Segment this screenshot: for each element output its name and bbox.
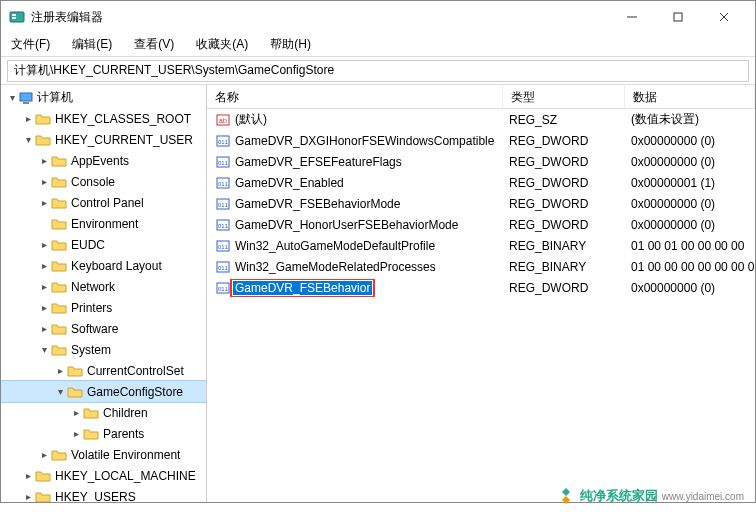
string-icon: ab: [213, 113, 233, 127]
value-data: 0x00000000 (0): [625, 153, 755, 171]
tree-item[interactable]: ▸Control Panel: [1, 192, 206, 213]
expander-icon[interactable]: ▸: [37, 176, 51, 187]
value-row[interactable]: 011Win32_AutoGameModeDefaultProfileREG_B…: [207, 235, 755, 256]
value-row[interactable]: 011GameDVR_HonorUserFSEBehaviorModeREG_D…: [207, 214, 755, 235]
value-row[interactable]: 011Win32_GameModeRelatedProcessesREG_BIN…: [207, 256, 755, 277]
tree-item[interactable]: ▸Software: [1, 318, 206, 339]
list-pane[interactable]: 名称 类型 数据 ab(默认)REG_SZ(数值未设置)011GameDVR_D…: [207, 85, 755, 502]
tree-item[interactable]: ▸EUDC: [1, 234, 206, 255]
address-input[interactable]: [7, 60, 749, 82]
tree-label: HKEY_CURRENT_USER: [55, 133, 193, 147]
value-data: 01 00 00 00 00 00 00 00: [625, 258, 755, 276]
tree-item[interactable]: ▸CurrentControlSet: [1, 360, 206, 381]
tree-label: Environment: [71, 217, 138, 231]
tree-item[interactable]: ▸HKEY_USERS: [1, 486, 206, 502]
tree-item[interactable]: ▸Parents: [1, 423, 206, 444]
tree-item[interactable]: ▸AppEvents: [1, 150, 206, 171]
tree-label: Volatile Environment: [71, 448, 180, 462]
expander-icon[interactable]: ▾: [53, 386, 67, 397]
value-name: GameDVR_FSEBehaviorMode: [233, 197, 402, 211]
expander-icon[interactable]: ▸: [37, 281, 51, 292]
expander-icon[interactable]: ▾: [37, 344, 51, 355]
tree-item[interactable]: ▸HKEY_LOCAL_MACHINE: [1, 465, 206, 486]
tree-item[interactable]: ▸HKEY_CLASSES_ROOT: [1, 108, 206, 129]
expander-icon[interactable]: ▸: [37, 239, 51, 250]
tree-label: HKEY_LOCAL_MACHINE: [55, 469, 196, 483]
tree-item[interactable]: ▸Network: [1, 276, 206, 297]
tree-label: CurrentControlSet: [87, 364, 184, 378]
folder-icon: [51, 259, 67, 273]
expander-icon[interactable]: ▸: [37, 323, 51, 334]
expander-icon[interactable]: ▾: [5, 92, 19, 103]
expander-icon[interactable]: ▸: [37, 155, 51, 166]
value-data: 0x00000000 (0): [625, 195, 755, 213]
value-row[interactable]: 011GameDVR_FSEBehaviorREG_DWORD0x0000000…: [207, 277, 755, 298]
tree-item[interactable]: ▾GameConfigStore: [1, 381, 206, 402]
svg-text:011: 011: [218, 160, 229, 166]
col-type[interactable]: 类型: [503, 85, 625, 108]
value-name: GameDVR_HonorUserFSEBehaviorMode: [233, 218, 460, 232]
menu-help[interactable]: 帮助(H): [266, 34, 315, 55]
tree-root[interactable]: ▾ 计算机: [1, 87, 206, 108]
value-data: 0x00000000 (0): [625, 279, 755, 297]
tree-item[interactable]: ▸Volatile Environment: [1, 444, 206, 465]
folder-icon: [51, 322, 67, 336]
titlebar[interactable]: 注册表编辑器: [1, 1, 755, 33]
tree-label: Console: [71, 175, 115, 189]
addressbar: [1, 57, 755, 85]
expander-icon[interactable]: ▸: [21, 113, 35, 124]
expander-icon[interactable]: ▸: [37, 302, 51, 313]
tree-item[interactable]: ▸Printers: [1, 297, 206, 318]
expander-icon[interactable]: ▸: [53, 365, 67, 376]
watermark-brand: 纯净系统家园: [580, 487, 658, 505]
tree-item[interactable]: Environment: [1, 213, 206, 234]
tree-item[interactable]: ▾System: [1, 339, 206, 360]
binary-icon: 011: [213, 176, 233, 190]
expander-icon[interactable]: ▾: [21, 134, 35, 145]
tree-item[interactable]: ▾HKEY_CURRENT_USER: [1, 129, 206, 150]
maximize-button[interactable]: [655, 1, 701, 33]
value-name: Win32_AutoGameModeDefaultProfile: [233, 239, 437, 253]
expander-icon[interactable]: ▸: [37, 260, 51, 271]
tree-label: AppEvents: [71, 154, 129, 168]
col-data[interactable]: 数据: [625, 85, 755, 108]
binary-icon: 011: [213, 155, 233, 169]
expander-icon[interactable]: ▸: [21, 470, 35, 481]
value-type: REG_DWORD: [503, 132, 625, 150]
value-row[interactable]: 011GameDVR_FSEBehaviorModeREG_DWORD0x000…: [207, 193, 755, 214]
expander-icon[interactable]: ▸: [37, 197, 51, 208]
close-button[interactable]: [701, 1, 747, 33]
minimize-button[interactable]: [609, 1, 655, 33]
menu-edit[interactable]: 编辑(E): [68, 34, 116, 55]
value-row[interactable]: 011GameDVR_EFSEFeatureFlagsREG_DWORD0x00…: [207, 151, 755, 172]
tree-pane[interactable]: ▾ 计算机 ▸HKEY_CLASSES_ROOT▾HKEY_CURRENT_US…: [1, 85, 207, 502]
binary-icon: 011: [213, 281, 233, 295]
tree-item[interactable]: ▸Console: [1, 171, 206, 192]
value-row[interactable]: 011GameDVR_DXGIHonorFSEWindowsCompatible…: [207, 130, 755, 151]
binary-icon: 011: [213, 134, 233, 148]
folder-icon: [51, 280, 67, 294]
menu-file[interactable]: 文件(F): [7, 34, 54, 55]
registry-editor-window: 注册表编辑器 文件(F) 编辑(E) 查看(V) 收藏夹(A) 帮助(H) ▾ …: [0, 0, 756, 503]
menu-view[interactable]: 查看(V): [130, 34, 178, 55]
col-name[interactable]: 名称: [207, 85, 503, 108]
expander-icon[interactable]: ▸: [69, 407, 83, 418]
folder-icon: [35, 112, 51, 126]
tree-label: Parents: [103, 427, 144, 441]
expander-icon[interactable]: ▸: [37, 449, 51, 460]
value-data: 0x00000000 (0): [625, 216, 755, 234]
binary-icon: 011: [213, 197, 233, 211]
value-row[interactable]: 011GameDVR_EnabledREG_DWORD0x00000001 (1…: [207, 172, 755, 193]
folder-icon: [51, 238, 67, 252]
folder-icon: [51, 343, 67, 357]
tree-item[interactable]: ▸Keyboard Layout: [1, 255, 206, 276]
menu-favorites[interactable]: 收藏夹(A): [192, 34, 252, 55]
value-row[interactable]: ab(默认)REG_SZ(数值未设置): [207, 109, 755, 130]
expander-icon[interactable]: ▸: [21, 491, 35, 502]
tree-item[interactable]: ▸Children: [1, 402, 206, 423]
expander-icon[interactable]: ▸: [69, 428, 83, 439]
value-name: GameDVR_EFSEFeatureFlags: [233, 155, 404, 169]
svg-text:011: 011: [218, 286, 229, 292]
svg-marker-28: [562, 496, 570, 504]
watermark: 纯净系统家园 www.yidaimei.com: [556, 486, 744, 506]
